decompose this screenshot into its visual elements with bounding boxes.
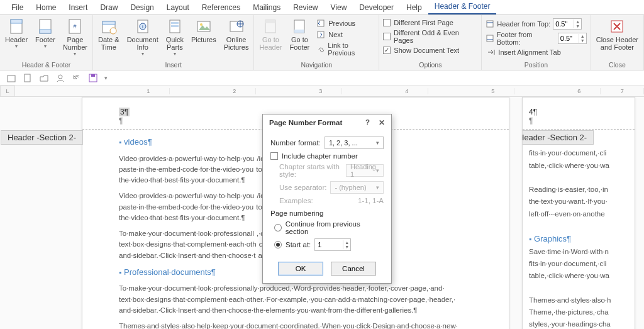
svg-rect-32 — [25, 74, 30, 82]
different-odd-even-checkbox[interactable]: Different Odd & Even Pages — [383, 28, 477, 45]
tab-home[interactable]: Home — [30, 1, 62, 14]
quick-parts-button[interactable]: Quick Parts▾ — [165, 17, 185, 57]
svg-rect-21 — [265, 20, 275, 23]
continue-radio[interactable] — [274, 224, 282, 231]
calendar-icon — [101, 18, 117, 35]
next-button[interactable]: Next — [316, 30, 375, 40]
goto-header-icon — [264, 18, 277, 35]
chevron-down-icon: ▾ — [142, 52, 144, 56]
group-options: Different First Page Different Odd & Eve… — [379, 15, 482, 70]
qat-home-icon[interactable] — [6, 73, 16, 83]
document-info-button[interactable]: i Document Info▾ — [126, 17, 160, 57]
page-4[interactable]: 4¶ ¶ Header -Section 2- ord·with·nfits·i… — [522, 97, 635, 329]
tab-layout[interactable]: Layout — [160, 1, 196, 14]
tab-help[interactable]: Help — [400, 1, 428, 14]
show-doc-text-checkbox[interactable]: ✓Show Document Text — [383, 46, 477, 55]
footer-bottom-input[interactable]: ▲▼ — [558, 33, 587, 44]
header-section-tag: Header -Section 2- — [522, 130, 594, 145]
dialog-title: Page Number Format — [269, 119, 342, 126]
start-at-input[interactable]: ▲▼ — [314, 238, 351, 251]
previous-button[interactable]: Previous — [316, 18, 375, 28]
group-label: Header & Footer — [4, 61, 89, 70]
page-number-format-dialog: Page Number Format ? ✕ Number format: 1,… — [262, 114, 392, 284]
svg-rect-18 — [230, 21, 243, 31]
ruler-corner: L — [0, 86, 15, 97]
separator-select: - (hyphen)▾ — [330, 181, 384, 194]
chevron-down-icon: ▾ — [15, 45, 18, 48]
tab-view[interactable]: View — [325, 1, 353, 14]
goto-footer-button[interactable]: Go to Footer — [288, 17, 311, 52]
header-from-top-row: Header from Top: ▲▼ — [486, 18, 586, 30]
chevron-down-icon: ▾ — [376, 140, 379, 146]
group-label: Position — [486, 61, 586, 70]
tab-insert[interactable]: Insert — [62, 1, 94, 14]
page-number-field[interactable]: 4¶ — [529, 108, 635, 116]
dialog-close-icon[interactable]: ✕ — [379, 118, 385, 127]
chapter-style-select: Heading 1▾ — [346, 164, 384, 177]
link-icon — [317, 45, 325, 53]
insert-alignment-tab-button[interactable]: Insert Alignment Tab — [486, 47, 586, 57]
svg-point-33 — [58, 75, 62, 79]
tab-draw[interactable]: Draw — [94, 1, 124, 14]
tab-review[interactable]: Review — [287, 1, 324, 14]
svg-rect-14 — [171, 25, 179, 27]
footer-button[interactable]: Footer▾ — [34, 17, 57, 50]
close-icon — [609, 18, 625, 35]
svg-rect-13 — [171, 22, 179, 24]
svg-rect-23 — [294, 30, 304, 33]
svg-rect-31 — [8, 75, 15, 82]
pictures-button[interactable]: Pictures — [190, 17, 218, 45]
pictures-icon — [196, 18, 212, 35]
tab-header-footer[interactable]: Header & Footer — [428, 0, 497, 14]
include-chapter-checkbox[interactable] — [270, 152, 278, 160]
svg-rect-1 — [11, 20, 22, 23]
tab-mailings[interactable]: Mailings — [247, 1, 287, 14]
number-format-label: Number format: — [270, 139, 321, 147]
qat-save-icon[interactable] — [88, 73, 98, 83]
number-format-select[interactable]: 1, 2, 3, ...▾ — [325, 137, 384, 149]
qat-account-icon[interactable] — [55, 73, 65, 83]
ribbon: Header▾ Footer▾ # Page Number▾ Header & … — [0, 15, 644, 70]
qat-undo-icon[interactable] — [72, 73, 82, 83]
doc-info-icon: i — [136, 18, 150, 35]
qat-new-icon[interactable] — [23, 73, 33, 83]
page-number-button[interactable]: # Page Number▾ — [62, 17, 89, 57]
online-pictures-button[interactable]: Online Pictures — [223, 17, 250, 52]
link-previous-button[interactable]: Link to Previous — [316, 41, 375, 57]
close-header-footer-button[interactable]: Close Header and Footer — [595, 17, 640, 52]
svg-text:#: # — [74, 23, 77, 30]
different-first-page-checkbox[interactable]: Different First Page — [383, 18, 477, 27]
page-number-icon: # — [68, 18, 82, 35]
footer-from-bottom-row: Footer from Bottom: ▲▼ — [486, 31, 586, 46]
header-icon — [9, 18, 23, 35]
svg-rect-35 — [91, 74, 95, 77]
tab-references[interactable]: References — [196, 1, 247, 14]
tab-file[interactable]: File — [5, 1, 30, 14]
svg-point-17 — [200, 23, 203, 26]
qat-dropdown-icon[interactable]: ▾ — [104, 75, 108, 81]
header-button[interactable]: Header▾ — [4, 17, 29, 50]
tab-design[interactable]: Design — [124, 1, 160, 14]
quick-parts-icon — [168, 18, 182, 35]
group-label: Options — [383, 61, 477, 70]
chevron-down-icon: ▾ — [174, 52, 176, 56]
online-pictures-icon — [228, 18, 245, 35]
group-label: Insert — [97, 61, 250, 70]
horizontal-ruler[interactable]: 1 2 3 4 5 6 7 — [15, 86, 644, 97]
group-insert: Date & Time i Document Info▾ Quick Parts… — [93, 15, 254, 70]
group-header-footer: Header▾ Footer▾ # Page Number▾ Header & … — [0, 15, 93, 70]
ok-button[interactable]: OK — [278, 262, 323, 276]
previous-icon — [317, 19, 326, 28]
svg-point-8 — [110, 28, 116, 34]
qat-open-icon[interactable] — [39, 73, 49, 83]
cancel-button[interactable]: Cancel — [331, 262, 376, 276]
svg-rect-28 — [487, 35, 493, 42]
svg-rect-25 — [318, 31, 324, 38]
tab-developer[interactable]: Developer — [353, 1, 400, 14]
quick-access-toolbar: ▾ — [0, 70, 644, 86]
start-at-radio[interactable] — [274, 241, 282, 248]
dialog-help-icon[interactable]: ? — [365, 118, 370, 127]
header-top-input[interactable]: ▲▼ — [553, 18, 582, 30]
document-body[interactable]: ord·with·nfits·in·your·document,·clitabl… — [529, 136, 635, 329]
date-time-button[interactable]: Date & Time — [97, 17, 121, 52]
